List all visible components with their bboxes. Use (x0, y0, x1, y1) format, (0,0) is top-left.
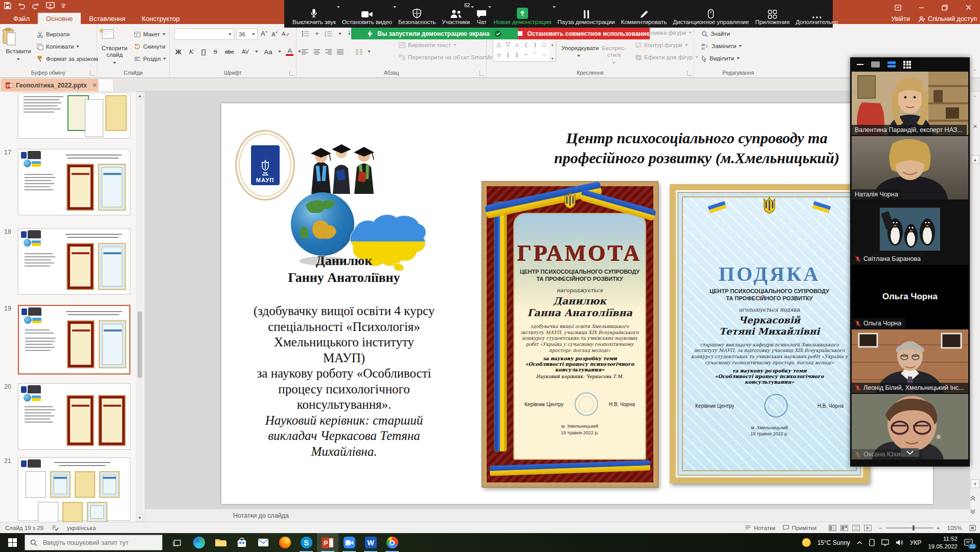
grow-font-button[interactable]: A˄ (261, 30, 267, 37)
tab-home[interactable]: Основне (38, 13, 81, 24)
slide-counter[interactable]: Слайд 19 з 29 (5, 525, 43, 531)
save-icon[interactable] (4, 2, 11, 9)
slide-title[interactable]: Центр психосоціального супроводу та проф… (508, 128, 886, 168)
paste-button[interactable]: Вставити (2, 27, 35, 61)
new-document-tab[interactable] (98, 79, 113, 92)
zoom-app-icon[interactable] (338, 533, 360, 552)
restore-button[interactable] (933, 0, 956, 15)
collapse-ribbon-icon[interactable]: ˆ (974, 69, 976, 75)
video-tile-olha[interactable]: Ольга Чорна Ольга Чорна (852, 265, 968, 328)
normal-view-button[interactable] (829, 525, 836, 531)
remote-control-button[interactable]: Дистанционное управление (670, 0, 752, 28)
clipboard-dialog-launcher[interactable] (90, 71, 95, 76)
chat-button[interactable]: Чат (473, 0, 490, 28)
stop-video-button[interactable]: Остановить видео (339, 0, 395, 28)
select-button[interactable]: Виділити (701, 53, 740, 63)
thumbnail-slide-16[interactable] (18, 93, 130, 139)
fit-slide-button[interactable] (969, 525, 976, 531)
find-button[interactable]: Знайти (701, 29, 730, 39)
section-button[interactable]: Розділ (134, 54, 166, 64)
signin-button[interactable]: Увійти (892, 15, 910, 23)
font-color-button[interactable]: A (286, 48, 293, 56)
zoom-slider[interactable] (886, 527, 933, 528)
align-left-button[interactable] (302, 49, 308, 55)
drawing-dialog-launcher[interactable] (687, 71, 692, 76)
shrink-font-button[interactable]: A˅ (271, 30, 278, 37)
font-name-combobox[interactable] (174, 29, 234, 40)
speaker-view-icon[interactable] (871, 61, 880, 68)
pause-share-button[interactable]: Пауза демонстрации (555, 0, 618, 28)
thumbnail-slide-21[interactable] (18, 457, 130, 521)
scroll-down-icon[interactable]: ▼ (971, 479, 979, 488)
clock[interactable]: 11:52 19.05.2022 (928, 535, 958, 550)
thumbnail-slide-18[interactable] (18, 228, 130, 295)
annotate-button[interactable]: Комментировать (618, 0, 670, 28)
search-input[interactable] (42, 539, 149, 547)
action-center-icon[interactable]: 22 (964, 539, 973, 547)
taskbar-search[interactable] (25, 535, 163, 550)
powerpoint-icon[interactable]: P (317, 533, 338, 552)
change-case-button[interactable]: Aa (263, 48, 274, 56)
panel-scroll-down-button[interactable] (901, 448, 919, 457)
thumbnail-slide-20[interactable] (18, 383, 130, 450)
display-icon[interactable] (881, 539, 889, 546)
cut-button[interactable]: Вирізати (37, 29, 70, 39)
participants-button[interactable]: 62 Участники (439, 0, 473, 28)
video-tile-natalia-active-speaker[interactable]: Наталія Чорна (852, 136, 968, 200)
underline-button[interactable]: П (199, 48, 207, 56)
tab-design[interactable]: Конструктор (133, 13, 188, 24)
thumbnail-scrollbar[interactable]: ▲ ▼ (136, 92, 144, 522)
grid-view-icon[interactable] (903, 61, 911, 69)
mail-icon[interactable] (253, 533, 274, 552)
weather-icon[interactable] (802, 538, 811, 547)
video-tile-oksana[interactable]: Оксана Юхимович (852, 394, 968, 459)
microsoft-store-icon[interactable] (231, 533, 253, 552)
character-spacing-button[interactable]: AV (240, 49, 250, 55)
next-slide-icon[interactable] (970, 509, 980, 515)
justify-button[interactable] (337, 49, 344, 55)
comments-toggle-button[interactable]: Примітки (783, 525, 816, 531)
tray-chevron-up-icon[interactable] (857, 541, 862, 545)
video-tile-leonid[interactable]: Леонід Білий, Хмельницький Інс... (852, 329, 968, 393)
start-button[interactable] (0, 533, 25, 552)
undo-icon[interactable] (17, 3, 26, 9)
text-shadow-button[interactable]: abc (223, 49, 236, 55)
close-button[interactable] (956, 0, 980, 15)
chrome-icon[interactable] (381, 533, 403, 552)
mute-button[interactable]: Выключить звук (289, 0, 339, 28)
ribbon-display-options-button[interactable] (886, 0, 909, 15)
clear-formatting-button[interactable]: A (282, 30, 289, 37)
slide-canvas[interactable]: Центр психосоціального супроводу та проф… (221, 103, 933, 504)
columns-button[interactable] (356, 49, 362, 55)
apps-button[interactable]: Приложения (752, 0, 792, 28)
language-switcher[interactable]: УКР (910, 539, 922, 546)
close-document-tab-icon[interactable]: ✕ (92, 81, 97, 89)
security-button[interactable]: Безопасность (395, 0, 439, 28)
weather-text[interactable]: 15°C Sunny (817, 539, 850, 546)
thumbnail-slide-19-selected[interactable] (18, 305, 130, 374)
more-button[interactable]: Дополнительно (792, 0, 841, 28)
font-dialog-launcher[interactable] (289, 71, 294, 76)
redo-icon[interactable] (32, 3, 40, 9)
reading-view-button[interactable] (852, 525, 860, 531)
notes-toggle-button[interactable]: Нотатки (745, 525, 775, 531)
align-right-button[interactable] (325, 49, 332, 55)
share-button[interactable]: Спільний доступ (918, 15, 977, 23)
replace-button[interactable]: abac Замінити (701, 41, 742, 51)
paragraph-dialog-launcher[interactable] (480, 71, 485, 76)
slide-vertical-scrollbar[interactable]: ˆ ✕ ▲ ▼ (970, 92, 980, 522)
edge-icon[interactable] (188, 533, 210, 552)
tab-file[interactable]: Файл (5, 13, 38, 24)
scroll-chevron-up-icon[interactable]: ˆ (970, 96, 980, 101)
zoom-out-button[interactable]: − (879, 525, 882, 531)
spellcheck-icon[interactable] (52, 524, 59, 531)
align-text-button[interactable]: Вирівняти текст (399, 40, 457, 50)
word-icon[interactable]: W (360, 533, 381, 552)
video-tile-valentyna[interactable]: Валентина Парандій, експерт НАЗ... (852, 72, 968, 135)
previous-slide-icon[interactable] (970, 495, 980, 501)
thumbnail-scroll-down-icon[interactable]: ▼ (136, 514, 144, 522)
slideshow-view-button[interactable] (864, 525, 872, 531)
italic-button[interactable]: К (188, 48, 195, 56)
new-slide-button[interactable]: Створити слайд (98, 27, 131, 65)
scroll-up-icon[interactable]: ▲ (971, 155, 979, 164)
